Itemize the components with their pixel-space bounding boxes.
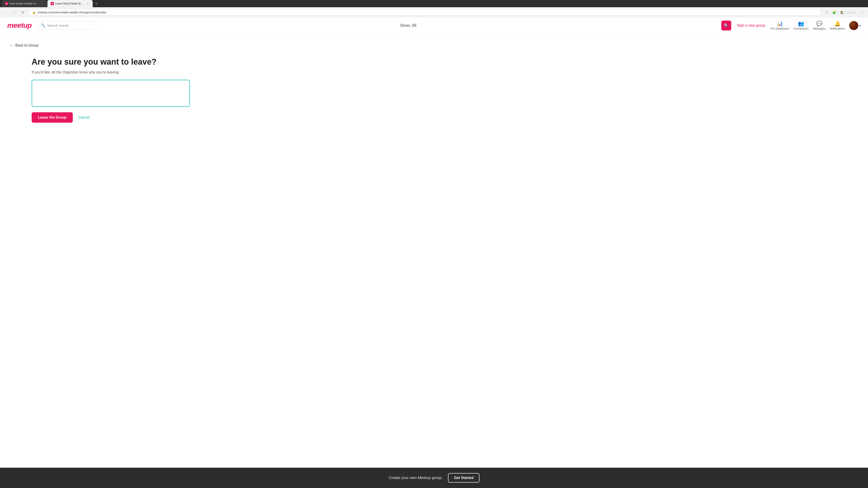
search-btn-icon: 🔍	[724, 23, 729, 28]
lock-icon: 🔒	[32, 11, 36, 14]
avatar-image	[849, 21, 858, 30]
address-bar[interactable]: 🔒 meetup.com/real-estate-wealth-chicago/…	[29, 9, 821, 15]
connections-icon: 👥	[798, 21, 804, 27]
avatar[interactable]	[849, 21, 858, 30]
search-bar[interactable]: 🔍 Search events	[37, 21, 96, 30]
browser-chrome: M Real Estate Wealth Institute- Ch × M L…	[0, 0, 868, 18]
back-to-group-link[interactable]: ← Back to Group	[9, 43, 38, 48]
address-bar-row: ‹ › ↻ 🔒 meetup.com/real-estate-wealth-ch…	[0, 7, 868, 18]
tab-1-favicon: M	[5, 2, 8, 5]
messages-label: Messages	[813, 27, 826, 30]
tab-2[interactable]: M Leave Real Estate Wealth Institu ×	[48, 0, 93, 7]
leave-title: Are you sure you want to leave?	[32, 57, 190, 67]
incognito-icon: 🕵	[840, 11, 844, 14]
search-placeholder-text: Search events	[47, 24, 69, 27]
refresh-button[interactable]: ↻	[20, 9, 26, 15]
incognito-button[interactable]: 🕵 Incognito	[839, 10, 858, 15]
pro-dashboard-icon: 📊	[777, 21, 783, 27]
main-content: ← Back to Group Are you sure you want to…	[0, 34, 868, 468]
messages-icon: 💬	[816, 21, 822, 27]
app-container: meetup 🔍 Search events Dover, DE 🔍 Start…	[0, 18, 868, 488]
menu-button[interactable]: ⋮	[859, 9, 865, 15]
extensions-button[interactable]: 🧩	[831, 9, 837, 15]
notifications-icon: 🔔	[834, 21, 840, 27]
cancel-link[interactable]: Cancel	[78, 116, 90, 120]
get-started-button[interactable]: Get Started	[448, 473, 479, 483]
leave-group-button[interactable]: Leave the Group	[32, 112, 73, 123]
notifications-label: Notifications	[830, 27, 845, 30]
meetup-logo[interactable]: meetup	[7, 21, 32, 30]
tab-1[interactable]: M Real Estate Wealth Institute- Ch ×	[2, 0, 47, 7]
back-arrow-icon: ←	[9, 43, 13, 48]
footer-banner: Create your own Meetup group. Get Starte…	[0, 468, 868, 488]
chevron-down-icon[interactable]: ▾	[859, 24, 861, 27]
toolbar-right: ☆ 🧩 🕵 Incognito ⋮	[823, 9, 865, 15]
back-to-group-label: Back to Group	[16, 43, 38, 47]
tab-1-close[interactable]: ×	[40, 2, 44, 5]
incognito-label: Incognito	[845, 11, 856, 14]
form-actions: Leave the Group Cancel	[32, 112, 190, 123]
tab-2-title: Leave Real Estate Wealth Institu	[55, 2, 85, 5]
tab-1-title: Real Estate Wealth Institute- Ch	[9, 2, 39, 5]
forward-nav-button[interactable]: ›	[11, 9, 18, 15]
tab-2-close[interactable]: ×	[86, 2, 90, 5]
search-submit-button[interactable]: 🔍	[721, 21, 731, 31]
site-header: meetup 🔍 Search events Dover, DE 🔍 Start…	[0, 18, 868, 34]
new-tab-button[interactable]: +	[93, 0, 99, 7]
leave-form: Are you sure you want to leave? If you'd…	[32, 57, 190, 123]
location-text: Dover, DE	[101, 24, 716, 28]
tab-bar: M Real Estate Wealth Institute- Ch × M L…	[0, 0, 868, 7]
nav-connections[interactable]: 👥 Connections	[794, 21, 809, 30]
nav-notifications[interactable]: 🔔 Notifications	[830, 21, 845, 30]
tab-2-favicon: M	[51, 2, 54, 5]
nav-messages[interactable]: 💬 Messages	[813, 21, 826, 30]
pro-dashboard-label: Pro Dashboard	[771, 27, 789, 30]
footer-text: Create your own Meetup group.	[389, 476, 442, 480]
main-nav: 📊 Pro Dashboard 👥 Connections 💬 Messages…	[771, 21, 861, 30]
leave-subtitle: If you'd like, let the Organizer know wh…	[32, 70, 190, 74]
nav-pro-dashboard[interactable]: 📊 Pro Dashboard	[771, 21, 789, 30]
back-nav-button[interactable]: ‹	[3, 9, 9, 15]
bookmark-button[interactable]: ☆	[823, 9, 830, 15]
start-group-link[interactable]: Start a new group	[737, 24, 765, 28]
connections-label: Connections	[794, 27, 809, 30]
search-icon: 🔍	[41, 23, 45, 28]
user-menu[interactable]: ▾	[849, 21, 861, 30]
address-text: meetup.com/real-estate-wealth-chicago/un…	[37, 11, 817, 14]
reason-textarea[interactable]	[32, 80, 190, 107]
